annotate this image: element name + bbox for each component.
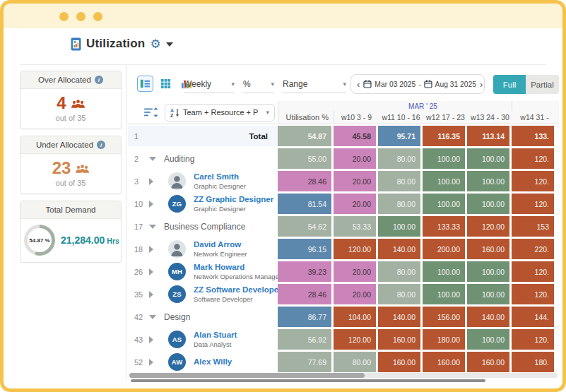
collapse-arrow-icon[interactable] (149, 225, 162, 229)
week-value-cell: 100.00 (467, 171, 509, 191)
date-range-picker: ‹ Mar 03 2025 - Aug 31 2025 › (350, 74, 485, 94)
next-period-button[interactable]: › (479, 80, 483, 89)
week-value-cell: 120. (512, 171, 554, 191)
table-row: 10ZGZZ Graphic DesignerGraphic Designer8… (128, 194, 559, 214)
week-value-cell: 153 (512, 216, 554, 237)
week-value-cell: 100.00 (423, 171, 465, 191)
group-by-dropdown[interactable]: AZ Team + Resource + Proj... ▾ (165, 104, 275, 121)
utilisation-cell: 54.87 (278, 126, 331, 146)
utilisation-cell: 81.54 (278, 194, 331, 214)
week-value-cell: 160.00 (423, 352, 465, 372)
resource-name-link[interactable]: Mark Howard (194, 263, 278, 273)
sidebar-divider (126, 65, 126, 380)
people-group-icon (71, 98, 85, 109)
expand-arrow-icon[interactable] (149, 336, 162, 343)
resource-role: Software Developer (194, 295, 278, 303)
resource-name-link[interactable]: Alex Willy (194, 357, 232, 367)
week-value-cell: 80.00 (334, 352, 376, 372)
info-icon[interactable]: i (95, 76, 103, 84)
week-value-cell: 144. (512, 307, 554, 327)
window-dot-icon (93, 12, 102, 21)
resource-name-link[interactable]: Alan Stuart (194, 331, 237, 340)
utilisation-cell: 96.15 (278, 239, 331, 259)
week-value-cell: 20.00 (334, 261, 376, 282)
week-value-cell: 160.00 (467, 239, 509, 259)
utilization-report-icon (71, 37, 81, 51)
scrollbar-thumb[interactable] (129, 373, 365, 378)
week-value-cell: 100.00 (423, 148, 465, 169)
table-row: 3Carel SmithGraphic Designer28.4620.0080… (128, 171, 559, 191)
expand-arrow-icon[interactable] (149, 268, 162, 275)
table-row: 1Total54.8745.5895.71116.35113.14133. (128, 126, 559, 146)
unit-select[interactable]: %▾ (243, 76, 274, 93)
window-controls (59, 12, 102, 21)
utilisation-cell: 86.77 (278, 307, 331, 327)
week-value-cell: 80.00 (378, 171, 420, 191)
settings-caret-icon[interactable] (166, 42, 173, 47)
utilization-view-button[interactable] (137, 76, 153, 92)
utilisation-cell: 77.69 (278, 352, 331, 372)
expand-arrow-icon[interactable] (149, 246, 162, 253)
row-number: 17 (132, 222, 149, 231)
bottom-scrollbar[interactable] (131, 379, 485, 382)
calendar-icon (363, 80, 372, 88)
prev-period-button[interactable]: ‹ (356, 80, 360, 89)
window-dot-icon (76, 12, 86, 21)
utilisation-cell: 28.46 (278, 284, 331, 304)
avatar: ZS (168, 285, 186, 303)
over-allocated-title: Over Allocated (38, 76, 91, 84)
total-label: Total (249, 132, 278, 141)
week-value-cell: 120. (512, 148, 554, 169)
expand-arrow-icon[interactable] (149, 201, 162, 208)
week-value-cell: 160.00 (378, 352, 420, 372)
resource-name-link[interactable]: ZZ Software Developer (194, 285, 278, 295)
week-value-cell: 200.00 (423, 239, 465, 259)
chevron-down-icon: ▾ (266, 109, 269, 116)
total-demand-title: Total Demand (46, 206, 96, 214)
info-icon[interactable]: i (97, 141, 105, 149)
utilisation-column-header: Utilisation % (278, 111, 334, 124)
full-toggle-button[interactable]: Full (493, 75, 526, 94)
resource-name-link[interactable]: Carel Smith (194, 172, 246, 182)
week-value-cell: 140.00 (378, 307, 420, 327)
week-value-cell: 156.00 (423, 307, 465, 327)
week-value-cell: 120.00 (334, 329, 376, 350)
period-select[interactable]: Weekly▾ (184, 76, 235, 93)
week-value-cell: 120.00 (334, 239, 376, 259)
week-value-cell: 80.00 (378, 194, 420, 214)
expand-arrow-icon[interactable] (149, 178, 162, 185)
group-name: Design (164, 312, 190, 322)
collapse-arrow-icon[interactable] (149, 315, 162, 319)
resource-name-link[interactable]: ZZ Graphic Designer (194, 195, 273, 205)
settings-gear-icon[interactable]: ⚙ (150, 38, 160, 50)
table-row: 52AWAlex Willy77.6980.00160.00160.00160.… (128, 352, 559, 372)
date-from[interactable]: Mar 03 2025 (375, 81, 415, 88)
avatar: ZG (168, 195, 186, 213)
range-select[interactable]: Range▾ (283, 76, 346, 93)
resource-name-link[interactable]: David Arrow (194, 240, 247, 250)
week-value-cell: 133. (512, 126, 554, 146)
week-value-cell: 20.00 (334, 284, 376, 304)
expand-arrow-icon[interactable] (149, 291, 162, 298)
avatar: AS (168, 331, 186, 348)
demand-hours: 21,284.00 (61, 234, 105, 246)
week-value-cell: 104.00 (334, 307, 376, 327)
expand-collapse-all-icon[interactable] (144, 107, 158, 118)
week-value-cell: 180.00 (423, 329, 465, 350)
table-row: 43ASAlan StuartData Analyst56.92120.0016… (128, 329, 559, 350)
grid-view-button[interactable] (158, 76, 174, 92)
expand-arrow-icon[interactable] (149, 359, 162, 366)
partial-toggle-button[interactable]: Partial (526, 75, 559, 94)
week-value-cell: 100.00 (467, 284, 509, 304)
resource-role: Data Analyst (194, 340, 237, 348)
week-value-cell: 100.00 (467, 329, 509, 350)
date-to[interactable]: Aug 31 2025 (435, 81, 476, 88)
collapse-arrow-icon[interactable] (149, 157, 162, 161)
row-number: 1 (132, 132, 149, 141)
utilisation-cell: 39.23 (278, 261, 331, 282)
summary-sidebar: Over Allocated i 4 out of 35 Under Alloc… (20, 71, 122, 269)
avatar (168, 240, 186, 258)
resource-role: Network Operations Manager (194, 273, 278, 280)
row-number: 10 (132, 200, 149, 208)
week-value-cell: 45.58 (334, 126, 376, 146)
